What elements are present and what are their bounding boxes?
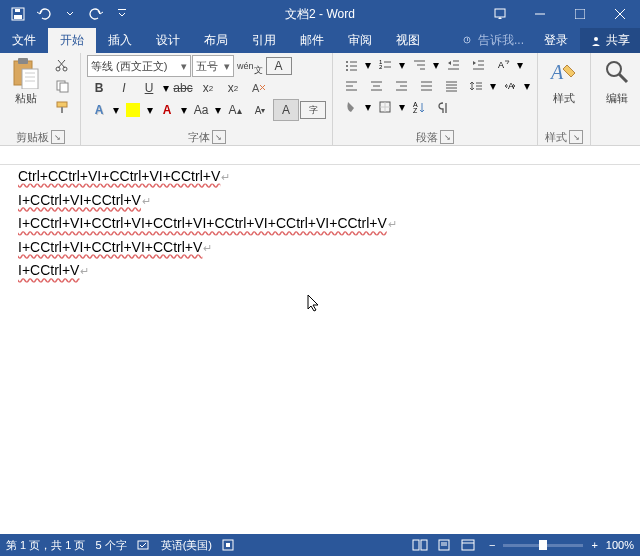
tab-insert[interactable]: 插入 xyxy=(96,28,144,53)
align-justify-icon[interactable] xyxy=(414,76,438,96)
sort-icon[interactable]: AZ xyxy=(407,97,431,117)
status-words[interactable]: 5 个字 xyxy=(95,538,126,553)
numbering-dd[interactable]: ▾ xyxy=(398,55,406,75)
editing-button[interactable]: 编辑 xyxy=(595,55,639,108)
share-button[interactable]: 共享 xyxy=(580,28,640,53)
status-page[interactable]: 第 1 页，共 1 页 xyxy=(6,538,85,553)
superscript-button[interactable]: x2 xyxy=(221,78,245,98)
underline-button[interactable]: U xyxy=(137,78,161,98)
tab-design[interactable]: 设计 xyxy=(144,28,192,53)
tab-view[interactable]: 视图 xyxy=(384,28,432,53)
paste-button[interactable]: 粘贴 xyxy=(4,55,48,108)
status-language[interactable]: 英语(美国) xyxy=(161,538,212,553)
styles-button[interactable]: A 样式 xyxy=(542,55,586,108)
borders-icon[interactable] xyxy=(373,97,397,117)
char-scale-dd[interactable]: ▾ xyxy=(523,76,531,96)
font-launcher-icon[interactable]: ↘ xyxy=(212,130,226,144)
tab-mailings[interactable]: 邮件 xyxy=(288,28,336,53)
shading-icon[interactable] xyxy=(339,97,363,117)
bold-button[interactable]: B xyxy=(87,78,111,98)
strikethrough-button[interactable]: abc xyxy=(171,78,195,98)
zoom-slider[interactable] xyxy=(503,544,583,547)
font-color-icon[interactable]: A xyxy=(155,100,179,120)
minimize-icon[interactable] xyxy=(520,0,560,28)
zoom-out-button[interactable]: − xyxy=(489,539,495,551)
text-line[interactable]: I+CCtrl+VI+CCtrl+VI+CCtrl+VI+CCtrl+VI+CC… xyxy=(18,212,622,236)
subscript-button[interactable]: x2 xyxy=(196,78,220,98)
font-size-combo[interactable]: 五号▾ xyxy=(192,55,234,77)
enclose-char-icon[interactable]: 字 xyxy=(300,101,326,119)
save-icon[interactable] xyxy=(6,2,30,26)
maximize-icon[interactable] xyxy=(560,0,600,28)
ruler[interactable] xyxy=(0,146,640,165)
bullets-icon[interactable] xyxy=(339,55,363,75)
tab-file[interactable]: 文件 xyxy=(0,28,48,53)
clipboard-launcher-icon[interactable]: ↘ xyxy=(51,130,65,144)
view-print-icon[interactable] xyxy=(433,536,455,554)
tab-references[interactable]: 引用 xyxy=(240,28,288,53)
change-case-icon[interactable]: Aa xyxy=(189,100,213,120)
change-case-dd[interactable]: ▾ xyxy=(214,100,222,120)
char-shading-icon[interactable]: A xyxy=(273,99,299,121)
redo-icon[interactable] xyxy=(84,2,108,26)
paragraph-launcher-icon[interactable]: ↘ xyxy=(440,130,454,144)
decrease-indent-icon[interactable] xyxy=(441,55,465,75)
highlight-dd[interactable]: ▾ xyxy=(146,100,154,120)
signin-button[interactable]: 登录 xyxy=(532,28,580,53)
text-direction-icon[interactable]: A xyxy=(491,55,515,75)
line-spacing-icon[interactable] xyxy=(464,76,488,96)
font-family-combo[interactable]: 等线 (西文正文)▾ xyxy=(87,55,191,77)
text-line[interactable]: I+CCtrl+VI+CCtrl+V↵ xyxy=(18,189,622,213)
text-effects-dd[interactable]: ▾ xyxy=(112,100,120,120)
shading-dd[interactable]: ▾ xyxy=(364,97,372,117)
text-effects-icon[interactable]: A xyxy=(87,100,111,120)
align-right-icon[interactable] xyxy=(389,76,413,96)
increase-indent-icon[interactable] xyxy=(466,55,490,75)
phonetic-guide-icon[interactable]: wén文 xyxy=(235,56,265,76)
underline-dropdown[interactable]: ▾ xyxy=(162,78,170,98)
tab-home[interactable]: 开始 xyxy=(48,28,96,53)
cut-icon[interactable] xyxy=(50,55,74,75)
tab-review[interactable]: 审阅 xyxy=(336,28,384,53)
text-direction-dd[interactable]: ▾ xyxy=(516,55,524,75)
qat-dropdown-icon[interactable] xyxy=(58,2,82,26)
align-center-icon[interactable] xyxy=(364,76,388,96)
copy-icon[interactable] xyxy=(50,76,74,96)
highlight-icon[interactable] xyxy=(121,100,145,120)
tell-me-search[interactable]: 告诉我... xyxy=(454,32,532,49)
undo-icon[interactable] xyxy=(32,2,56,26)
borders-dd[interactable]: ▾ xyxy=(398,97,406,117)
zoom-level[interactable]: 100% xyxy=(606,539,634,551)
zoom-in-button[interactable]: + xyxy=(591,539,597,551)
ribbon-options-icon[interactable] xyxy=(480,0,520,28)
document-area[interactable]: Ctrl+CCtrl+VI+CCtrl+VI+CCtrl+V↵ I+CCtrl+… xyxy=(0,165,640,534)
qat-customize-icon[interactable] xyxy=(110,2,134,26)
clear-formatting-icon[interactable]: A xyxy=(246,78,270,98)
styles-launcher-icon[interactable]: ↘ xyxy=(569,130,583,144)
view-web-icon[interactable] xyxy=(457,536,479,554)
view-read-icon[interactable] xyxy=(409,536,431,554)
numbering-icon[interactable]: 12 xyxy=(373,55,397,75)
italic-button[interactable]: I xyxy=(112,78,136,98)
status-spellcheck-icon[interactable] xyxy=(137,539,151,551)
grow-font-icon[interactable]: A▴ xyxy=(223,100,247,120)
shrink-font-icon[interactable]: A▾ xyxy=(248,100,272,120)
text-line[interactable]: I+CCtrl+VI+CCtrl+VI+CCtrl+V↵ xyxy=(18,236,622,260)
char-scale-icon[interactable]: A xyxy=(498,76,522,96)
align-distributed-icon[interactable] xyxy=(439,76,463,96)
bullets-dd[interactable]: ▾ xyxy=(364,55,372,75)
text-line[interactable]: I+CCtrl+V↵ xyxy=(18,259,622,283)
close-icon[interactable] xyxy=(600,0,640,28)
font-color-dd[interactable]: ▾ xyxy=(180,100,188,120)
align-left-icon[interactable] xyxy=(339,76,363,96)
char-border-icon[interactable]: A xyxy=(266,57,292,75)
tab-layout[interactable]: 布局 xyxy=(192,28,240,53)
text-line[interactable]: Ctrl+CCtrl+VI+CCtrl+VI+CCtrl+V↵ xyxy=(18,165,622,189)
quick-access-toolbar xyxy=(0,2,134,26)
multilevel-dd[interactable]: ▾ xyxy=(432,55,440,75)
status-macro-icon[interactable] xyxy=(222,539,234,551)
line-spacing-dd[interactable]: ▾ xyxy=(489,76,497,96)
multilevel-list-icon[interactable] xyxy=(407,55,431,75)
format-painter-icon[interactable] xyxy=(50,97,74,117)
show-marks-icon[interactable] xyxy=(432,97,456,117)
